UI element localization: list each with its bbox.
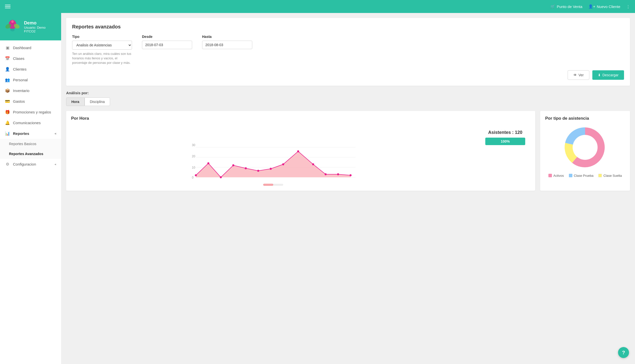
dashboard-icon: ▣ — [5, 46, 10, 50]
svg-point-22 — [282, 163, 284, 165]
svg-point-26 — [337, 173, 339, 175]
svg-text:10: 10 — [192, 166, 195, 169]
svg-point-41 — [573, 135, 597, 160]
sidebar-label-dashboard: Dashboard — [13, 46, 31, 50]
form-row: Tipo Analisis de Asistencias Reporte de … — [72, 35, 624, 65]
legend-clase-prueba: Clase Prueba — [569, 174, 593, 178]
analysis-label: Análisis por: — [66, 91, 630, 95]
sidebar-label-inventario: Inventario — [13, 88, 30, 93]
sidebar-item-clientes[interactable]: 👤 Clientes — [0, 64, 61, 74]
sidebar-item-reportes[interactable]: 📊 Reportes ◂ — [0, 128, 61, 139]
user-name: Demo — [24, 20, 57, 26]
topbar-dots[interactable]: ⋮ — [626, 5, 630, 8]
por-hora-card: Por Hora 0 10 20 30 — [66, 111, 535, 191]
main-content: Reportes avanzados Tipo Analisis de Asis… — [61, 13, 635, 364]
sidebar-label-reportes-avanzados: Reportes Avanzados — [9, 152, 43, 156]
svg-text:13:00: 13:00 — [280, 180, 286, 180]
svg-text:20: 20 — [192, 154, 195, 158]
svg-point-27 — [350, 174, 352, 176]
donut-chart-svg — [563, 125, 607, 170]
sidebar-item-promociones[interactable]: 🎁 Promociones y regalos — [0, 107, 61, 118]
reportes-arrow-icon: ◂ — [54, 132, 56, 136]
por-hora-title: Por Hora — [71, 116, 530, 121]
svg-point-3 — [11, 28, 15, 32]
svg-point-23 — [297, 150, 299, 152]
logo-icon — [4, 18, 21, 36]
por-tipo-title: Por tipo de asistencia — [545, 116, 625, 121]
sidebar-item-inventario[interactable]: 📦 Inventario — [0, 85, 61, 96]
reportes-icon: 📊 — [5, 131, 10, 136]
clase-prueba-label: Clase Prueba — [574, 174, 593, 178]
sidebar-label-clientes: Clientes — [13, 67, 27, 71]
sidebar-item-dashboard[interactable]: ▣ Dashboard — [0, 42, 61, 53]
comunicaciones-icon: 🔔 — [5, 120, 10, 125]
sidebar-user: Demo Usuario: Demo FITCO2 — [24, 20, 57, 33]
punto-de-venta[interactable]: 🛒 Punto de Venta — [550, 4, 582, 9]
svg-point-17 — [220, 176, 222, 178]
inventario-icon: 📦 — [5, 88, 10, 93]
sidebar-label-promociones: Promociones y regalos — [13, 110, 51, 114]
svg-point-20 — [257, 170, 259, 172]
activos-dot — [548, 174, 552, 177]
analysis-section: Análisis por: Hora Disciplina — [66, 91, 630, 106]
sidebar-item-configuracion[interactable]: ⚙ Configuracion ◂ — [0, 159, 61, 170]
svg-point-24 — [312, 163, 314, 165]
svg-text:0: 0 — [192, 176, 194, 179]
por-tipo-card: Por tipo de asistencia — [540, 111, 630, 191]
ver-button[interactable]: 👁 Ver — [568, 70, 589, 80]
sidebar-label-gastos: Gastos — [13, 99, 25, 104]
sidebar-item-gastos[interactable]: 💳 Gastos — [0, 96, 61, 107]
attendees-label: Asistentes : 120 — [488, 130, 522, 135]
menu-icon[interactable] — [5, 5, 11, 8]
reportes-submenu: Reportes Basicos Reportes Avanzados — [0, 139, 61, 159]
hasta-label: Hasta — [202, 35, 252, 39]
clientes-icon: 👤 — [5, 67, 10, 72]
sidebar-item-clases[interactable]: 📅 Clases — [0, 53, 61, 64]
configuracion-icon: ⚙ — [5, 162, 10, 166]
sidebar-item-comunicaciones[interactable]: 🔔 Comunicaciones — [0, 118, 61, 128]
attendees-info: Asistentes : 120 100% — [480, 125, 530, 186]
topbar: 🛒 Punto de Venta 👤+ Nuevo Cliente ⋮ — [0, 0, 635, 13]
svg-text:17:00: 17:00 — [309, 180, 316, 180]
sidebar-label-personal: Personal — [13, 78, 28, 82]
svg-text:10:00: 10:00 — [255, 180, 261, 180]
help-button[interactable]: ? — [618, 347, 629, 358]
legend-activos: Activos — [548, 174, 564, 178]
personal-icon: 👥 — [5, 78, 10, 82]
configuracion-arrow-icon: ◂ — [54, 162, 56, 166]
chart-scrollbar[interactable] — [71, 184, 475, 186]
svg-text:05:00: 05:00 — [218, 180, 224, 180]
attendees-bar: 100% — [485, 138, 525, 145]
svg-point-19 — [245, 167, 247, 169]
svg-point-25 — [325, 173, 327, 175]
tab-disciplina[interactable]: Disciplina — [85, 98, 110, 106]
legend-clase-suelta: Clase Suelta — [598, 174, 622, 178]
sidebar-item-reportes-avanzados[interactable]: Reportes Avanzados — [0, 149, 61, 159]
card-title: Reportes avanzados — [72, 24, 624, 30]
svg-point-5 — [11, 20, 14, 23]
descargar-button[interactable]: ⬇ Descargar — [592, 70, 624, 80]
svg-point-15 — [195, 174, 197, 176]
svg-point-16 — [207, 162, 209, 164]
nuevo-cliente[interactable]: 👤+ Nuevo Cliente — [588, 4, 620, 9]
svg-text:12:00: 12:00 — [268, 180, 274, 180]
sidebar-item-reportes-basicos[interactable]: Reportes Basicos — [0, 139, 61, 149]
desde-input[interactable] — [142, 41, 192, 49]
clase-suelta-dot — [598, 174, 602, 177]
svg-text:02:30: 02:30 — [205, 180, 212, 180]
desde-group: Desde — [142, 35, 192, 49]
svg-text:20:00: 20:00 — [335, 180, 341, 180]
tipo-select[interactable]: Analisis de Asistencias Reporte de Clase… — [72, 41, 132, 50]
sidebar-item-personal[interactable]: 👥 Personal — [0, 74, 61, 85]
reportes-card: Reportes avanzados Tipo Analisis de Asis… — [66, 18, 630, 86]
gastos-icon: 💳 — [5, 99, 10, 104]
hasta-input[interactable] — [202, 41, 252, 49]
donut-legend: Activos Clase Prueba Clase Suelta — [548, 174, 622, 178]
form-actions: 👁 Ver ⬇ Descargar — [72, 70, 624, 80]
hora-chart-area: 0 10 20 30 — [71, 125, 475, 186]
promociones-icon: 🎁 — [5, 110, 10, 114]
svg-point-18 — [232, 164, 234, 166]
user-sub: Usuario: Demo FITCO2 — [24, 26, 57, 33]
sidebar-label-clases: Clases — [13, 56, 25, 60]
tab-hora[interactable]: Hora — [66, 98, 85, 106]
